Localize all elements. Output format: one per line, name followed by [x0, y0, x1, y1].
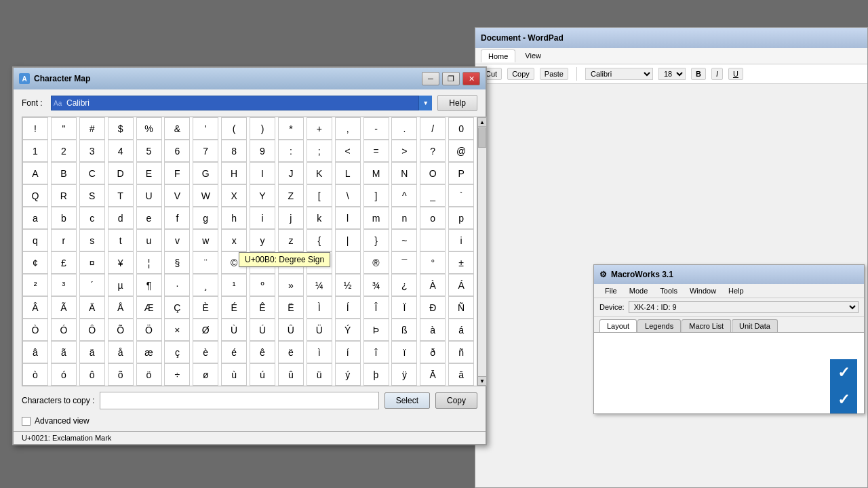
char-cell[interactable]: Û — [278, 319, 304, 341]
font-size-selector[interactable]: 18 — [658, 68, 686, 80]
char-cell[interactable]: " — [51, 117, 77, 140]
char-cell[interactable]: È — [193, 296, 218, 319]
char-cell[interactable]: ³ — [51, 274, 77, 296]
font-selector[interactable]: Calibri — [585, 68, 653, 80]
char-cell[interactable]: u — [136, 229, 162, 251]
char-cell[interactable]: r — [51, 229, 77, 251]
char-cell[interactable]: å — [108, 341, 134, 363]
char-cell[interactable]: e — [136, 207, 162, 229]
char-cell[interactable]: Ó — [51, 319, 77, 341]
char-cell[interactable]: Q — [22, 184, 48, 207]
minimize-button[interactable]: ─ — [422, 72, 439, 85]
char-cell[interactable]: õ — [108, 363, 134, 386]
char-cell[interactable]: ^ — [391, 184, 417, 207]
char-cell[interactable]: . — [391, 117, 417, 140]
char-cell[interactable]: R — [51, 184, 77, 207]
char-cell[interactable]: P — [448, 162, 474, 184]
char-cell[interactable]: Ü — [307, 319, 332, 341]
char-cell[interactable]: Â — [22, 296, 48, 319]
char-cell[interactable]: L — [335, 162, 361, 184]
char-cell[interactable]: K — [307, 162, 332, 184]
copy-button[interactable]: Copy — [435, 392, 477, 409]
char-cell[interactable]: H — [221, 162, 247, 184]
tab-layout[interactable]: Layout — [599, 319, 637, 332]
char-cell[interactable]: ¾ — [363, 274, 389, 296]
char-cell[interactable]: ï — [391, 341, 417, 363]
bold-button[interactable]: B — [691, 68, 706, 80]
char-cell[interactable]: · — [164, 274, 190, 296]
char-cell[interactable]: Z — [278, 184, 304, 207]
char-cell[interactable]: á — [448, 319, 474, 341]
char-cell[interactable]: Ö — [136, 319, 162, 341]
char-cell[interactable]: X — [221, 184, 247, 207]
char-cell[interactable]: x — [221, 229, 247, 251]
tab-macro-list[interactable]: Macro List — [682, 319, 731, 332]
char-cell[interactable]: Ô — [79, 319, 105, 341]
char-cell[interactable]: ù — [221, 363, 247, 386]
char-cell[interactable]: ! — [22, 117, 48, 140]
char-cell[interactable]: ) — [250, 117, 275, 140]
close-button[interactable]: ✕ — [462, 72, 480, 85]
char-cell[interactable]: = — [363, 140, 389, 162]
char-cell[interactable]: & — [164, 117, 190, 140]
char-cell[interactable]: 0 — [448, 117, 474, 140]
char-cell[interactable]: E — [136, 162, 162, 184]
char-cell[interactable]: £ — [51, 251, 77, 274]
font-input[interactable] — [51, 96, 432, 110]
char-cell[interactable]: × — [164, 319, 190, 341]
char-cell[interactable]: ó — [51, 363, 77, 386]
tab-home[interactable]: Home — [481, 49, 515, 62]
char-cell[interactable]: É — [221, 296, 247, 319]
char-cell[interactable]: ¿ — [391, 274, 417, 296]
char-cell[interactable]: Í — [335, 296, 361, 319]
char-cell[interactable]: ä — [79, 341, 105, 363]
char-cell[interactable]: ¹ — [221, 274, 247, 296]
char-cell[interactable]: ; — [307, 140, 332, 162]
char-cell[interactable]: ý — [335, 363, 361, 386]
char-cell[interactable]: m — [363, 207, 389, 229]
char-cell[interactable]: D — [108, 162, 134, 184]
char-cell[interactable]: µ — [108, 274, 134, 296]
char-cell[interactable]: W — [193, 184, 218, 207]
char-cell[interactable]: V — [164, 184, 190, 207]
char-cell[interactable]: 8 — [221, 140, 247, 162]
char-cell[interactable]: ? — [420, 140, 446, 162]
char-cell[interactable]: b — [51, 207, 77, 229]
device-selector[interactable]: XK-24 : ID: 9 — [629, 301, 859, 313]
char-cell[interactable]: ´ — [79, 274, 105, 296]
char-cell[interactable]: Y — [250, 184, 275, 207]
char-cell[interactable]: ā — [448, 363, 474, 386]
char-cell[interactable]: è — [193, 341, 218, 363]
char-cell[interactable]: ² — [22, 274, 48, 296]
char-cell[interactable]: 2 — [51, 140, 77, 162]
char-cell[interactable]: / — [420, 117, 446, 140]
char-cell[interactable]: ± — [448, 251, 474, 274]
char-cell[interactable]: > — [391, 140, 417, 162]
char-cell[interactable]: ç — [164, 341, 190, 363]
char-cell[interactable]: F — [164, 162, 190, 184]
select-button[interactable]: Select — [384, 392, 430, 409]
char-cell[interactable]: ñ — [448, 341, 474, 363]
menu-mode[interactable]: Mode — [624, 285, 654, 296]
char-cell[interactable]: ê — [250, 341, 275, 363]
grid-scrollbar[interactable]: ▲ ▼ — [477, 117, 487, 386]
char-cell[interactable]: k — [307, 207, 332, 229]
char-cell[interactable]: \ — [335, 184, 361, 207]
char-cell[interactable]: Æ — [136, 296, 162, 319]
char-cell[interactable]: % — [136, 117, 162, 140]
char-cell[interactable]: Ò — [22, 319, 48, 341]
char-cell[interactable]: 6 — [164, 140, 190, 162]
char-cell[interactable]: Ú — [250, 319, 275, 341]
char-cell[interactable]: d — [108, 207, 134, 229]
char-cell[interactable]: 5 — [136, 140, 162, 162]
char-cell[interactable]: v — [164, 229, 190, 251]
paste-button[interactable]: Paste — [540, 68, 568, 80]
char-cell[interactable]: J — [278, 162, 304, 184]
char-cell[interactable]: ø — [193, 363, 218, 386]
char-cell[interactable]: Õ — [108, 319, 134, 341]
char-cell[interactable]: » — [278, 274, 304, 296]
char-cell[interactable]: Ê — [250, 296, 275, 319]
char-cell[interactable]: Å — [108, 296, 134, 319]
char-cell[interactable]: t — [108, 229, 134, 251]
char-cell[interactable]: S — [79, 184, 105, 207]
